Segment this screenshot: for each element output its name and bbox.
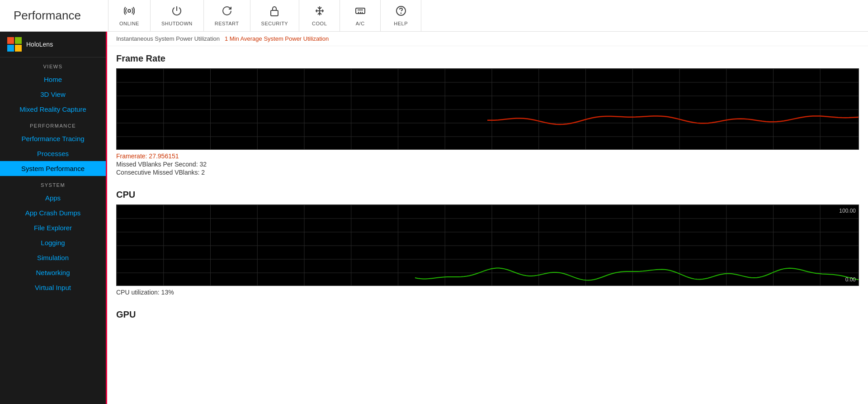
cool-button[interactable]: COOL [299, 0, 340, 31]
missed-vblanks-per-second: Missed VBlanks Per Second: 32 [116, 161, 859, 168]
cpu-stats: CPU utilization: 13% [116, 289, 859, 296]
online-icon [124, 5, 135, 19]
help-icon [396, 5, 406, 19]
sidebar-item-mixed-reality-capture[interactable]: Mixed Reality Capture [0, 102, 106, 117]
cpu-utilization: CPU utilization: 13% [116, 289, 859, 296]
cpu-chart: 100.00 0.00 [116, 204, 859, 286]
microsoft-logo [7, 37, 22, 52]
online-button[interactable]: ONLINE [108, 0, 151, 31]
help-label: HELP [394, 21, 408, 26]
sidebar-item-simulation[interactable]: Simulation [0, 250, 106, 265]
frame-rate-section: Frame Rate Framerate: 27.956151 Missed V… [107, 46, 868, 176]
restart-button[interactable]: RESTART [204, 0, 250, 31]
sidebar-item-3dview[interactable]: 3D View [0, 87, 106, 102]
cpu-chart-max: 100.00 [839, 208, 856, 214]
ac-label: A/C [356, 21, 365, 26]
sidebar-logo-text: HoloLens [26, 41, 53, 48]
frame-rate-stats: Framerate: 27.956151 Missed VBlanks Per … [116, 152, 859, 176]
svg-rect-1 [271, 10, 278, 16]
sidebar-item-app-crash-dumps[interactable]: App Crash Dumps [0, 205, 106, 220]
sidebar-item-logging[interactable]: Logging [0, 235, 106, 250]
toolbar: Performance ONLINE SHUTDOWN [0, 0, 868, 32]
sidebar: HoloLens VIEWS Home 3D View Mixed Realit… [0, 32, 107, 404]
shutdown-button[interactable]: SHUTDOWN [151, 0, 204, 31]
cpu-canvas [117, 205, 859, 286]
page-title: Performance [0, 0, 108, 31]
cpu-section: CPU 100.00 0.00 CPU utilization: 13% [107, 182, 868, 296]
ms-logo-red [7, 37, 14, 44]
ms-logo-green [15, 37, 22, 44]
security-button[interactable]: SECURITY [250, 0, 300, 31]
power-util-banner: Instantaneous System Power Utilization 1… [107, 32, 868, 46]
main-layout: HoloLens VIEWS Home 3D View Mixed Realit… [0, 32, 868, 404]
ms-logo-yellow [15, 45, 22, 52]
gpu-section: GPU [107, 302, 868, 320]
sidebar-item-apps[interactable]: Apps [0, 190, 106, 205]
shutdown-icon [171, 5, 182, 19]
toolbar-actions: ONLINE SHUTDOWN RESTART [108, 0, 868, 31]
consecutive-missed-vblanks: Consecutive Missed VBlanks: 2 [116, 169, 859, 176]
frame-rate-canvas [117, 69, 859, 150]
sidebar-item-performance-tracing[interactable]: Performance Tracing [0, 131, 106, 146]
sidebar-section-system: SYSTEM [0, 176, 106, 190]
power-util-link[interactable]: 1 Min Average System Power Utilization [225, 35, 329, 42]
sidebar-logo: HoloLens [0, 32, 106, 57]
toolbar-spacer [421, 0, 868, 31]
cool-icon [315, 5, 324, 19]
sidebar-section-performance: PERFORMANCE [0, 117, 106, 131]
gpu-title: GPU [116, 309, 859, 320]
restart-icon [222, 5, 232, 19]
sidebar-item-virtual-input[interactable]: Virtual Input [0, 280, 106, 295]
sidebar-item-file-explorer[interactable]: File Explorer [0, 220, 106, 235]
power-util-text: Instantaneous System Power Utilization [116, 35, 220, 42]
framerate-value: Framerate: 27.956151 [116, 152, 859, 160]
sidebar-item-home[interactable]: Home [0, 72, 106, 87]
svg-point-9 [401, 13, 401, 13]
cool-label: COOL [312, 21, 327, 26]
ac-icon [355, 5, 366, 19]
security-icon [269, 5, 279, 19]
cpu-chart-min: 0.00 [845, 276, 856, 283]
sidebar-item-system-performance[interactable]: System Performance [0, 161, 106, 176]
svg-point-0 [128, 10, 131, 12]
restart-label: RESTART [215, 21, 239, 26]
ms-logo-blue [7, 45, 14, 52]
ac-button[interactable]: A/C [340, 0, 381, 31]
sidebar-section-views: VIEWS [0, 57, 106, 72]
content-area[interactable]: Instantaneous System Power Utilization 1… [107, 32, 868, 404]
help-button[interactable]: HELP [381, 0, 421, 31]
frame-rate-chart [116, 68, 859, 150]
cpu-title: CPU [116, 190, 859, 200]
shutdown-label: SHUTDOWN [161, 21, 193, 26]
sidebar-item-processes[interactable]: Processes [0, 146, 106, 161]
frame-rate-title: Frame Rate [116, 53, 859, 64]
security-label: SECURITY [261, 21, 288, 26]
sidebar-item-networking[interactable]: Networking [0, 265, 106, 280]
online-label: ONLINE [119, 21, 139, 26]
content-inner: Instantaneous System Power Utilization 1… [107, 32, 868, 333]
